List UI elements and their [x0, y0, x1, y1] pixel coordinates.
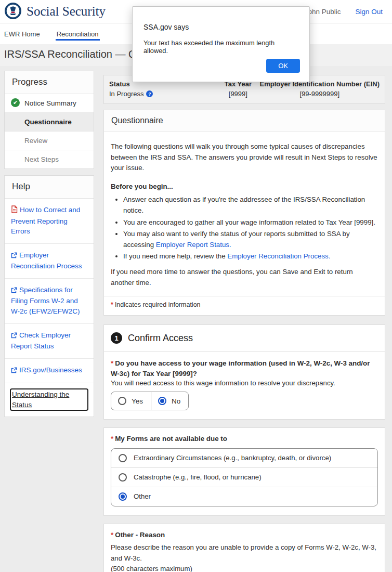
tax-year-value: [9999]: [229, 90, 247, 98]
radio-label: Catastrophe (e.g., fire, flood, or hurri…: [134, 473, 262, 481]
status-column: Status In Progress ?: [109, 80, 216, 98]
radio-selected-icon: [158, 397, 166, 405]
required-asterisk: *: [111, 435, 113, 443]
list-item: Answer each question as if you're the ad…: [123, 194, 378, 216]
help-panel: Help How to Correct and Prevent Reportin…: [4, 175, 94, 417]
help-link-label: IRS.gov/Businesses: [19, 366, 82, 374]
external-link-icon: [11, 252, 17, 260]
wage-access-question-label: *Do you have access to your wage informa…: [111, 358, 378, 379]
ssa-seal-icon: [4, 2, 22, 21]
progress-item-review: Review: [5, 132, 94, 150]
info-icon[interactable]: ?: [146, 90, 153, 97]
progress-item-next-steps: Next Steps: [5, 150, 94, 168]
forms-reason-radio-group: Extraordinary Circumstances (e.g., bankr…: [111, 448, 378, 506]
help-link-label: Employer Reconciliation Process: [11, 251, 82, 270]
list-item: You may also want to verify the status o…: [123, 229, 378, 250]
radio-selected-icon: [119, 492, 127, 501]
help-item: Specifications for Filing Forms W-2 and …: [5, 279, 94, 324]
wage-access-helper: You will need access to this wage inform…: [111, 379, 378, 387]
help-item: Understanding the Status: [5, 383, 94, 417]
tax-year-column: Tax Year [9999]: [216, 80, 259, 98]
list-item: If you need more help, review the Employ…: [123, 251, 378, 262]
dialog-message: Your text has exceeded the maximum lengt…: [143, 39, 298, 55]
status-value: In Progress: [109, 90, 143, 98]
nav-reconciliation[interactable]: Reconciliation: [57, 23, 99, 44]
help-link-understanding-status[interactable]: Understanding the Status: [12, 391, 69, 409]
help-link-specifications[interactable]: Specifications for Filing Forms W-2 and …: [11, 286, 80, 315]
radio-icon: [119, 454, 127, 462]
confirm-access-card: 1 Confirm Access *Do you have access to …: [103, 324, 385, 420]
before-you-begin-list: Answer each question as if you're the ad…: [123, 194, 378, 262]
radio-label: No: [172, 397, 180, 405]
external-link-icon: [11, 367, 17, 375]
employer-reconciliation-process-link[interactable]: Employer Reconciliation Process.: [227, 252, 330, 260]
save-exit-note: If you need more time to answer the ques…: [111, 267, 378, 288]
content-area: Progress ✔ Notice Summary Questionnaire …: [0, 66, 392, 572]
radio-icon: [118, 397, 126, 405]
ein-column: Employer Identification Number (EIN) [99…: [260, 80, 380, 98]
help-link-check-report-status[interactable]: Check Employer Report Status: [11, 331, 71, 350]
step-number-badge: 1: [111, 332, 122, 344]
questionnaire-title: Questionnaire: [104, 110, 385, 132]
brand: Social Security: [4, 2, 106, 21]
dialog-source: SSA.gov says: [143, 23, 309, 31]
sign-out-link[interactable]: Sign Out: [355, 8, 383, 16]
radio-option-no[interactable]: No: [151, 392, 188, 410]
focus-outline: Understanding the Status: [11, 389, 87, 410]
required-asterisk: *: [111, 301, 113, 308]
ein-value: [99-9999999]: [299, 90, 339, 98]
help-item: How to Correct and Prevent Reporting Err…: [5, 199, 94, 244]
progress-title: Progress: [5, 71, 94, 94]
help-link-label: Specifications for Filing Forms W-2 and …: [11, 286, 80, 315]
progress-item-label: Notice Summary: [24, 99, 76, 107]
progress-item-label: Questionnaire: [24, 118, 72, 126]
user-name: John Public: [305, 8, 341, 16]
help-link-label: How to Correct and Prevent Reporting Err…: [11, 206, 80, 235]
progress-panel: Progress ✔ Notice Summary Questionnaire …: [4, 71, 94, 169]
section-title: Confirm Access: [128, 333, 193, 344]
brand-wordmark: Social Security: [27, 4, 106, 19]
check-icon: ✔: [11, 98, 20, 107]
browser-alert-dialog: SSA.gov says Your text has exceeded the …: [132, 6, 310, 82]
forms-unavailable-card: *My Forms are not available due to Extra…: [103, 427, 385, 515]
progress-item-label: Next Steps: [24, 155, 59, 163]
radio-label: Yes: [132, 397, 143, 405]
required-note: *Indicates required information: [104, 296, 385, 315]
list-item: You are encouraged to gather all your wa…: [123, 217, 378, 228]
forms-unavailable-label: *My Forms are not available due to: [111, 434, 378, 444]
radio-label: Extraordinary Circumstances (e.g., bankr…: [134, 454, 331, 462]
external-link-icon: [11, 332, 17, 340]
required-asterisk: *: [111, 359, 113, 367]
help-item: IRS.gov/Businesses: [5, 359, 94, 384]
other-reason-label: *Other - Reason: [111, 530, 378, 540]
radio-label: Other: [134, 492, 151, 500]
yes-no-radio-group: Yes No: [111, 392, 189, 410]
progress-item-label: Review: [24, 137, 47, 145]
help-title: Help: [5, 176, 94, 199]
pdf-icon: [11, 207, 18, 215]
radio-option-catastrophe[interactable]: Catastrophe (e.g., fire, flood, or hurri…: [111, 468, 377, 487]
other-reason-card: *Other - Reason Please describe the reas…: [103, 524, 385, 572]
progress-item-questionnaire[interactable]: Questionnaire: [5, 113, 94, 132]
help-link-reconciliation-process[interactable]: Employer Reconciliation Process: [11, 251, 82, 270]
radio-icon: [119, 473, 127, 482]
questionnaire-intro: The following questions will walk you th…: [111, 141, 378, 174]
radio-option-other[interactable]: Other: [111, 487, 377, 506]
help-link-irs-businesses[interactable]: IRS.gov/Businesses: [11, 366, 82, 374]
radio-option-extraordinary[interactable]: Extraordinary Circumstances (e.g., bankr…: [111, 449, 377, 468]
help-link-label: Check Employer Report Status: [11, 331, 71, 350]
sidebar: Progress ✔ Notice Summary Questionnaire …: [4, 71, 94, 417]
help-item: Employer Reconciliation Process: [5, 244, 94, 279]
before-you-begin-heading: Before you begin...: [111, 181, 378, 192]
employer-report-status-link[interactable]: Employer Report Status.: [156, 241, 231, 249]
required-asterisk: *: [111, 531, 113, 539]
external-link-icon: [11, 287, 17, 295]
confirm-access-header: 1 Confirm Access: [104, 325, 385, 352]
help-link-reporting-errors[interactable]: How to Correct and Prevent Reporting Err…: [11, 206, 80, 235]
progress-item-notice-summary[interactable]: ✔ Notice Summary: [5, 94, 94, 113]
dialog-ok-button[interactable]: OK: [266, 59, 300, 73]
nav-ewr-home[interactable]: EWR Home: [4, 23, 40, 44]
questionnaire-card: Questionnaire The following questions wi…: [103, 110, 385, 316]
radio-option-yes[interactable]: Yes: [111, 392, 151, 410]
main-column: Status In Progress ? Tax Year [9999] Emp…: [103, 71, 385, 572]
